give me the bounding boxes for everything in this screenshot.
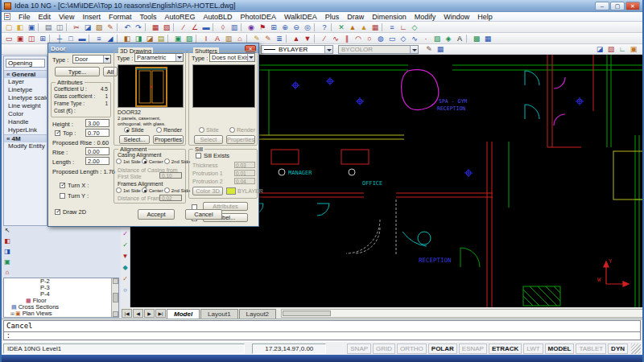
toggle-esnap[interactable]: ESNAP (459, 343, 487, 354)
menu-modify[interactable]: Modify (411, 13, 440, 21)
chevron-down-icon[interactable] (247, 54, 254, 61)
clipboard-icon[interactable]: ▥ (223, 34, 234, 43)
toolbar-separator[interactable] (196, 35, 200, 43)
toolbar-separator[interactable] (246, 35, 250, 43)
toggle-ortho[interactable]: ORTHO (397, 343, 427, 354)
paste-icon[interactable]: ▧ (93, 23, 105, 32)
axis-icon[interactable]: ┼ (54, 34, 65, 43)
zoom-in-icon[interactable]: ⊕ (279, 23, 291, 32)
help-icon[interactable]: ? (319, 23, 330, 32)
group-icon[interactable]: ▧ (605, 44, 617, 54)
info-icon[interactable]: ▣ (628, 44, 639, 54)
select-button[interactable]: Select... (119, 135, 150, 144)
paste-floor-icon[interactable]: ▨ (184, 34, 195, 43)
tab-last-button[interactable]: ▶| (155, 309, 166, 318)
toggle-snap[interactable]: SNAP (347, 343, 371, 354)
palette-row[interactable]: Modify Entity (4, 142, 47, 150)
italic-text-icon[interactable]: I (200, 34, 212, 43)
scroll-up-icon[interactable] (113, 278, 118, 284)
toolbar-separator[interactable] (145, 23, 149, 31)
palette-row[interactable]: Layer (4, 78, 47, 86)
turn-x-checkbox[interactable]: Turn X : (60, 182, 89, 189)
restore-button[interactable]: ▢ (610, 2, 625, 10)
menu-window[interactable]: Window (440, 13, 473, 21)
tree-row[interactable]: ⊞▣Plan Views (4, 311, 118, 317)
ramp-icon[interactable]: ◢ (105, 34, 116, 43)
arc-icon[interactable]: ◠ (353, 34, 364, 43)
layout-tab[interactable]: Layout2 (239, 309, 276, 319)
shutters-type-dropdown[interactable]: Does not Exist (209, 53, 255, 62)
new-icon[interactable]: ▢ (3, 23, 14, 32)
d3-type-dropdown[interactable]: Parametric (134, 53, 184, 62)
menu-autobld[interactable]: AutoBLD (199, 13, 236, 21)
polyline-icon[interactable]: ∿ (330, 34, 341, 43)
tree-row[interactable]: P-2 (4, 278, 118, 285)
rise-input[interactable]: 0.00 (85, 147, 109, 155)
toolbar-separator[interactable] (89, 35, 93, 43)
toolbar-separator[interactable] (382, 23, 386, 31)
palette-row[interactable]: Linetype (4, 86, 47, 94)
layout-tab[interactable]: Layout1 (200, 309, 237, 319)
parallel-icon[interactable]: ∥ (341, 34, 353, 43)
line-icon[interactable]: ∕ (319, 34, 330, 43)
color-dropdown[interactable]: BYCOLOR (338, 45, 419, 54)
flag-icon[interactable]: ⚑ (257, 23, 268, 32)
type-button[interactable]: Type... (55, 67, 100, 76)
menu-walkidea[interactable]: WalkIDEA (280, 13, 321, 21)
properties-icon[interactable]: ▥ (229, 23, 240, 32)
toggle-grid[interactable]: GRID (373, 343, 395, 354)
toolbar-separator[interactable] (314, 23, 318, 31)
scroll-thumb[interactable] (113, 293, 118, 302)
tree-row[interactable]: P-3 (4, 285, 118, 291)
attribute-icon[interactable]: A (212, 34, 223, 43)
alignment-radio[interactable]: 1st Side (116, 187, 141, 193)
slide-radio[interactable]: Slide (124, 127, 144, 133)
casing-distance-input[interactable]: 0.10 (159, 172, 182, 179)
toolbar-separator[interactable] (466, 35, 470, 43)
door-vertical-icon[interactable]: ▣ (3, 258, 11, 266)
top-input[interactable]: 0.70 (85, 129, 109, 137)
column-icon[interactable]: □ (65, 34, 76, 43)
toolbar-separator[interactable] (117, 35, 121, 43)
alignment-radio[interactable]: 2nd Side (164, 187, 191, 193)
spline-icon[interactable]: ∿ (409, 34, 420, 43)
match-properties-icon[interactable]: ✎ (423, 44, 435, 54)
check-green-icon[interactable]: ✓ (122, 241, 130, 249)
stairs-icon[interactable]: ≡ (93, 34, 105, 43)
select-icon[interactable]: ↖ (3, 227, 11, 235)
menu-file[interactable]: File (14, 13, 35, 21)
circle-icon[interactable]: ○ (364, 34, 375, 43)
resize-grip[interactable] (631, 343, 641, 354)
linetype-dropdown[interactable]: BYLAYER (261, 45, 333, 54)
draw-2d-checkbox[interactable]: Draw 2D (55, 208, 86, 216)
ruler-icon[interactable]: ▬ (200, 23, 212, 32)
diamond-teal-icon[interactable]: ◆ (122, 264, 130, 272)
minimize-button[interactable]: – (595, 2, 609, 10)
toolbar-separator[interactable] (38, 23, 42, 31)
column-grid-icon[interactable]: ⊞ (37, 34, 48, 43)
menu-view[interactable]: View (55, 13, 78, 21)
check-magenta-icon[interactable]: ✓ (122, 230, 130, 238)
scroll-down-icon[interactable] (113, 311, 118, 317)
chevron-down-icon[interactable] (324, 46, 332, 53)
toolbar-separator[interactable] (314, 35, 318, 43)
tree-scrollbar[interactable] (111, 278, 118, 317)
toggle-lwt[interactable]: LWT (523, 343, 543, 354)
palette-row[interactable]: HyperLink (4, 126, 47, 134)
zoom-window-icon[interactable]: ⊞ (268, 23, 279, 32)
expand-icon[interactable]: ⊞ (10, 311, 14, 317)
roof-vertical-icon[interactable]: ⌂ (3, 269, 11, 277)
palette-row[interactable]: «General (4, 70, 47, 78)
toolbar-separator[interactable] (66, 23, 70, 31)
toggle-polar[interactable]: POLAR (428, 343, 457, 354)
sill-exists-checkbox[interactable]: Sill Exists (196, 152, 229, 159)
door-type-dropdown[interactable]: Door (72, 55, 111, 64)
toolbar-separator[interactable] (49, 35, 53, 43)
image-icon[interactable]: ▦ (482, 34, 493, 43)
sill-row-input[interactable]: 0.01 (234, 170, 255, 176)
toggle-tablet[interactable]: TABLET (576, 343, 606, 354)
command-history[interactable]: Cancel (3, 320, 641, 332)
check-drawing-icon[interactable]: ▦ (150, 23, 161, 32)
palette-row[interactable]: Color (4, 110, 47, 118)
zoom-out-icon[interactable]: ⊖ (291, 23, 302, 32)
